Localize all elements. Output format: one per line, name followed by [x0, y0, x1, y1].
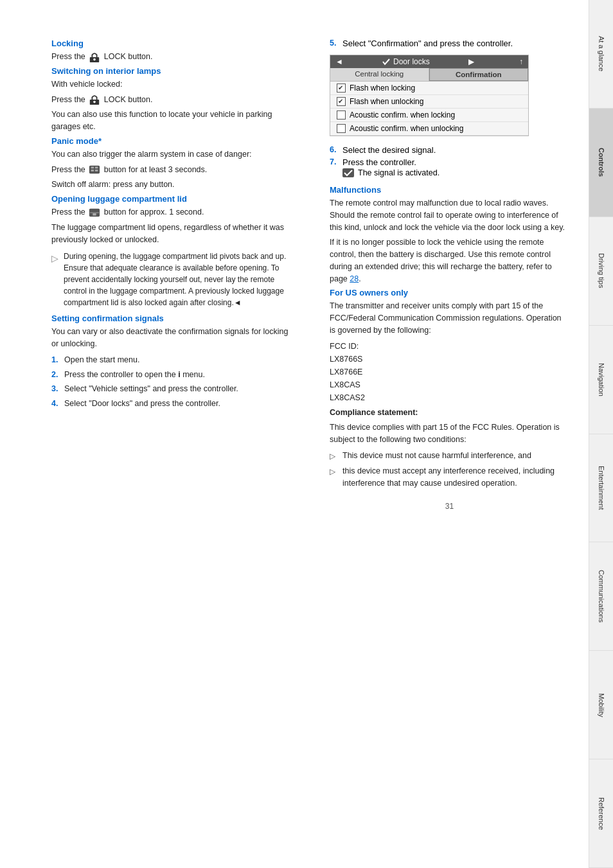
interior-para2: Press the LOCK button.: [51, 94, 291, 106]
fcc-id-1: LX8766S: [330, 353, 569, 366]
step-text-1: Open the start menu.: [64, 354, 291, 366]
remote-icon: [89, 164, 100, 175]
svg-rect-11: [342, 168, 354, 177]
svg-rect-4: [89, 166, 100, 174]
widget-tab-confirmation[interactable]: Confirmation: [429, 68, 529, 81]
svg-rect-10: [93, 213, 96, 216]
signal-activated: The signal is activated.: [342, 168, 440, 177]
svg-rect-7: [91, 170, 94, 172]
interior-para3: You can also use this function to locate…: [51, 109, 291, 133]
sidebar-tab-mobility[interactable]: Mobility: [589, 651, 613, 759]
step-1: 1. Open the start menu.: [51, 354, 291, 366]
main-content: Locking Press the LOCK button. Switching…: [0, 0, 589, 868]
step-num-1: 1.: [51, 354, 64, 366]
fcc-id-2: LX8766E: [330, 366, 569, 378]
step-num-6: 6.: [330, 145, 342, 154]
section-interior-lamps: Switching on interior lamps With vehicle…: [51, 66, 291, 133]
panic-step2: Switch off alarm: press any button.: [51, 179, 291, 191]
page-container: Locking Press the LOCK button. Switching…: [0, 0, 613, 868]
heading-us-owners: For US owners only: [330, 288, 569, 297]
section-luggage: Opening luggage compartment lid Press th…: [51, 194, 291, 308]
svg-rect-8: [95, 170, 98, 172]
note-text: During opening, the luggage compartment …: [64, 251, 291, 308]
step-num-4: 4.: [51, 398, 64, 410]
step5-container: 5. Select "Confirmation" and press the c…: [330, 39, 569, 48]
compliance-bullets: ▷ This device must not cause harmful int…: [330, 450, 569, 490]
widget-row-3: Acoustic confirm. when locking: [330, 109, 528, 122]
step-text-6: Select the desired signal.: [342, 145, 569, 155]
heading-locking: Locking: [51, 39, 291, 48]
heading-interior: Switching on interior lamps: [51, 66, 291, 76]
signal-text: The signal is activated.: [358, 168, 440, 177]
checkbox-acoustic-unlocking: [337, 124, 346, 133]
trunk-icon: [89, 207, 100, 218]
widget-tab-central[interactable]: Central locking: [330, 68, 429, 81]
door-locks-widget: ◄ Door locks ▶ ↑ Central locking: [330, 55, 529, 136]
compliance-label: Compliance statement:: [330, 407, 569, 419]
heading-panic: Panic mode*: [51, 136, 291, 146]
widget-header-left: ◄: [335, 57, 343, 66]
step7-container: 7. Press the controller. The signal is a…: [330, 157, 569, 177]
page-link-28[interactable]: 28: [350, 274, 359, 283]
malfunction-para1: The remote control may malfunction due t…: [330, 197, 569, 233]
left-column: Locking Press the LOCK button. Switching…: [51, 39, 298, 511]
right-column: 5. Select "Confirmation" and press the c…: [323, 39, 569, 511]
fcc-id-4: LX8CAS2: [330, 391, 569, 404]
step-num-5: 5.: [330, 39, 342, 48]
step-2: 2. Press the controller to open the i me…: [51, 369, 291, 381]
bullet-text-2: this device must accept any interference…: [342, 465, 569, 490]
label-flash-unlocking: Flash when unlocking: [350, 97, 423, 106]
check-mark-icon: [382, 58, 391, 66]
confirmation-steps: 1. Open the start menu. 2. Press the con…: [51, 354, 291, 410]
bullet-2: ▷ this device must accept any interferen…: [330, 465, 569, 490]
heading-confirmation: Setting confirmation signals: [51, 314, 291, 323]
malfunction-para2: If it is no longer possible to lock the …: [330, 236, 569, 285]
sidebar-tab-at-a-glance[interactable]: At a glance: [589, 0, 613, 109]
two-column-layout: Locking Press the LOCK button. Switching…: [51, 39, 569, 511]
bullet-arrow-2: ▷: [330, 466, 337, 477]
lock-icon: [89, 51, 100, 63]
widget-row-1: Flash when locking: [330, 82, 528, 95]
heading-luggage: Opening luggage compartment lid: [51, 194, 291, 204]
svg-point-1: [93, 58, 96, 61]
right-sidebar: At a glance Controls Driving tips Naviga…: [589, 0, 613, 868]
checkbox-acoustic-locking: [337, 111, 346, 120]
step-text-5: Select "Confirmation" and press the cont…: [342, 39, 569, 48]
section-panic: Panic mode* You can also trigger the ala…: [51, 136, 291, 191]
fcc-id-label: FCC ID:: [330, 340, 569, 353]
checkbox-flash-unlocking: [337, 97, 346, 106]
widget-header-center: Door locks: [382, 57, 430, 66]
sidebar-tab-navigation[interactable]: Navigation: [589, 326, 613, 434]
label-flash-locking: Flash when locking: [350, 84, 415, 93]
step-text-7: Press the controller.: [342, 157, 416, 167]
bullet-1: ▷ This device must not cause harmful int…: [330, 450, 569, 462]
fcc-id-list: FCC ID: LX8766S LX8766E LX8CAS LX8CAS2: [330, 340, 569, 404]
widget-row-4: Acoustic confirm. when unlocking: [330, 122, 528, 136]
section-locking: Locking Press the LOCK button.: [51, 39, 291, 63]
widget-title: Door locks: [393, 57, 430, 66]
svg-rect-5: [91, 167, 94, 169]
sidebar-tab-reference[interactable]: Reference: [589, 759, 613, 868]
sidebar-tab-driving-tips[interactable]: Driving tips: [589, 217, 613, 326]
fcc-id-3: LX8CAS: [330, 378, 569, 391]
panic-step1: Press the button for at least 3 seconds.: [51, 164, 291, 176]
compliance-text: This device complies with part 15 of the…: [330, 421, 569, 446]
sidebar-tab-controls[interactable]: Controls: [589, 109, 613, 217]
step-num-2: 2.: [51, 369, 64, 381]
sidebar-tab-communications[interactable]: Communications: [589, 542, 613, 651]
step-num-3: 3.: [51, 383, 64, 395]
step6-container: 6. Select the desired signal.: [330, 145, 569, 155]
heading-malfunctions: Malfunctions: [330, 185, 569, 195]
widget-tabs: Central locking Confirmation: [330, 68, 528, 82]
note-arrow-icon: ▷: [51, 252, 58, 265]
locking-para: Press the LOCK button.: [51, 51, 291, 63]
label-acoustic-unlocking: Acoustic confirm. when unlocking: [350, 124, 463, 133]
luggage-para1: Press the button for approx. 1 second.: [51, 206, 291, 218]
sidebar-tab-entertainment[interactable]: Entertainment: [589, 434, 613, 543]
step6-row: 6. Select the desired signal.: [330, 145, 569, 155]
us-para1: The transmitter and receiver units compl…: [330, 300, 569, 336]
step5-row: 5. Select "Confirmation" and press the c…: [330, 39, 569, 48]
step-text-4: Select "Door locks" and press the contro…: [64, 398, 291, 410]
bullet-arrow-1: ▷: [330, 450, 337, 462]
section-malfunctions: Malfunctions The remote control may malf…: [330, 185, 569, 285]
